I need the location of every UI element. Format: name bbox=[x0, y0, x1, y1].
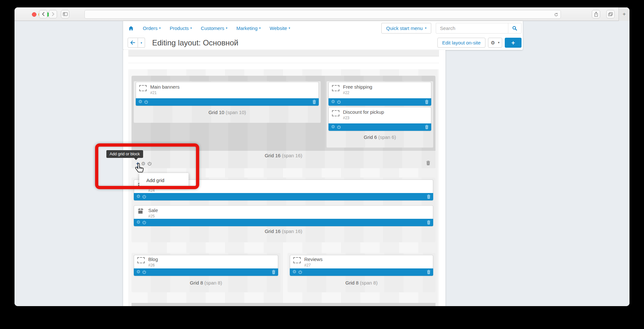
block-id: #27 bbox=[304, 263, 323, 268]
nav-customers[interactable]: Customers▾ bbox=[201, 25, 227, 31]
block-card-sale[interactable]: Sale #25 ⚙ bbox=[134, 205, 433, 226]
browser-forward-button[interactable] bbox=[49, 10, 57, 18]
trash-icon[interactable] bbox=[425, 100, 429, 105]
gear-icon[interactable]: ⚙ bbox=[136, 269, 141, 274]
trash-icon[interactable] bbox=[272, 270, 276, 276]
power-icon[interactable] bbox=[147, 161, 152, 166]
address-bar[interactable] bbox=[84, 10, 561, 19]
reload-icon[interactable] bbox=[554, 12, 558, 18]
gear-icon[interactable]: ⚙ bbox=[138, 99, 142, 104]
grid-container-10[interactable]: Main banners #21 ⚙ Grid 10(spa bbox=[134, 81, 321, 123]
edit-layout-onsite-button[interactable]: Edit layout on-site bbox=[437, 38, 485, 48]
block-title: Main banners bbox=[150, 84, 180, 90]
trash-icon[interactable] bbox=[312, 100, 316, 105]
share-button[interactable] bbox=[592, 10, 600, 18]
close-window-button[interactable] bbox=[32, 12, 36, 17]
gear-icon[interactable]: ⚙ bbox=[136, 220, 141, 224]
chevron-down-icon: ▾ bbox=[288, 27, 290, 30]
grid-container-8-left[interactable]: Blog #26 ⚙ Grid 8(span 8) bbox=[132, 253, 280, 292]
trash-icon[interactable] bbox=[427, 270, 431, 276]
block-id: #25 bbox=[148, 214, 158, 219]
browser-back-button[interactable] bbox=[39, 10, 47, 18]
power-icon[interactable] bbox=[144, 100, 148, 105]
menu-item-add-grid[interactable]: Add grid bbox=[139, 178, 164, 183]
clipped-grid-below bbox=[132, 303, 435, 306]
nav-orders[interactable]: Orders▾ bbox=[143, 25, 161, 31]
quick-start-menu-button[interactable]: Quick start menu▾ bbox=[381, 23, 431, 34]
trash-icon[interactable] bbox=[427, 194, 431, 200]
block-id: #22 bbox=[343, 90, 372, 96]
block-title: Sale bbox=[148, 207, 158, 214]
page-title-bar: ▾ Editing layout: Основной Edit layout o… bbox=[123, 35, 523, 50]
home-icon[interactable] bbox=[128, 26, 134, 31]
block-title: Blog bbox=[148, 256, 158, 263]
tabs-icon bbox=[608, 12, 613, 16]
grid-container-8-right[interactable]: Reviews #27 ⚙ Grid 8(span 8) bbox=[288, 253, 435, 292]
back-dropdown-button[interactable]: ▾ bbox=[138, 38, 145, 48]
settings-dropdown-button[interactable]: ⚙▾ bbox=[488, 38, 502, 48]
search-button[interactable] bbox=[508, 23, 521, 33]
power-icon[interactable] bbox=[337, 100, 341, 105]
grid-label: Grid 10(span 10) bbox=[134, 110, 321, 115]
gear-icon[interactable]: ⚙ bbox=[331, 99, 335, 104]
trash-icon[interactable] bbox=[425, 125, 429, 131]
grid-container-16-mid[interactable]: Hot deals #24 ⚙ bbox=[132, 178, 435, 242]
chevron-left-icon bbox=[42, 12, 45, 16]
new-tab-button[interactable]: + bbox=[619, 7, 629, 21]
nav-marketing[interactable]: Marketing▾ bbox=[236, 25, 260, 31]
add-button[interactable]: + bbox=[505, 38, 522, 48]
block-toolbar: ⚙ bbox=[290, 268, 433, 276]
dashed-frame-icon bbox=[137, 257, 145, 263]
arrow-left-icon bbox=[130, 41, 135, 44]
block-card-main-banners[interactable]: Main banners #21 ⚙ bbox=[136, 82, 319, 106]
trash-icon[interactable] bbox=[426, 160, 430, 167]
block-card-free-shipping[interactable]: Free shipping #22 ⚙ bbox=[328, 82, 431, 106]
block-id: #23 bbox=[343, 115, 384, 121]
gear-icon[interactable]: ⚙ bbox=[136, 194, 141, 198]
gear-icon: ⚙ bbox=[491, 40, 495, 46]
chevron-down-icon: ▾ bbox=[141, 41, 142, 44]
dashed-frame-icon bbox=[293, 257, 301, 263]
power-icon[interactable] bbox=[298, 270, 302, 276]
gear-icon[interactable]: ⚙ bbox=[292, 269, 297, 274]
block-toolbar: ⚙ bbox=[328, 98, 431, 106]
power-icon[interactable] bbox=[142, 220, 146, 226]
power-icon[interactable] bbox=[337, 125, 341, 131]
grid-container-6[interactable]: Free shipping #22 ⚙ bbox=[327, 81, 433, 148]
nav-products[interactable]: Products▾ bbox=[170, 25, 192, 31]
block-card-reviews[interactable]: Reviews #27 ⚙ bbox=[290, 255, 433, 276]
block-card-discount-pickup[interactable]: Discount for pickup #23 ⚙ bbox=[328, 107, 431, 131]
block-card-blog[interactable]: Blog #26 ⚙ bbox=[134, 255, 278, 276]
sidebar-icon bbox=[63, 12, 68, 16]
trash-icon[interactable] bbox=[427, 220, 431, 226]
top-navigation: Orders▾ Products▾ Customers▾ Marketing▾ … bbox=[123, 21, 523, 35]
tooltip-add-grid-or-block: Add grid or block bbox=[106, 150, 143, 158]
power-icon[interactable] bbox=[142, 270, 146, 276]
chevron-down-icon: ▾ bbox=[226, 27, 228, 30]
divider bbox=[128, 63, 439, 63]
grid-container-16-top[interactable]: Main banners #21 ⚙ Grid 10(spa bbox=[132, 76, 435, 168]
search-input[interactable] bbox=[436, 23, 508, 33]
block-toolbar: ⚙ bbox=[134, 193, 433, 200]
show-tabs-button[interactable] bbox=[606, 10, 615, 18]
power-icon[interactable] bbox=[142, 194, 146, 200]
grid-label: Grid 8(span 8) bbox=[132, 280, 280, 285]
add-grid-dropdown: Add grid bbox=[139, 173, 189, 187]
address-input[interactable] bbox=[88, 11, 549, 18]
nav-website[interactable]: Website▾ bbox=[270, 25, 290, 31]
admin-page: Orders▾ Products▾ Customers▾ Marketing▾ … bbox=[15, 21, 629, 306]
grid-label: Grid 6(span 6) bbox=[327, 134, 433, 140]
gear-icon[interactable]: ⚙ bbox=[331, 124, 335, 129]
grid-label: Grid 16(span 16) bbox=[132, 153, 435, 158]
block-title: Discount for pickup bbox=[343, 109, 384, 115]
dashed-frame-icon bbox=[332, 85, 339, 91]
browser-window: + Orders▾ Products▾ Customers▾ Marketing… bbox=[15, 7, 629, 306]
sidebar-toggle-button[interactable] bbox=[61, 10, 69, 18]
block-title: Reviews bbox=[304, 256, 323, 263]
block-id: #21 bbox=[150, 90, 180, 96]
browser-toolbar: + bbox=[15, 7, 629, 21]
clipped-grid-above bbox=[128, 50, 439, 56]
back-button[interactable] bbox=[128, 38, 138, 48]
block-toolbar: ⚙ bbox=[136, 98, 319, 106]
hand-cursor bbox=[134, 162, 145, 176]
